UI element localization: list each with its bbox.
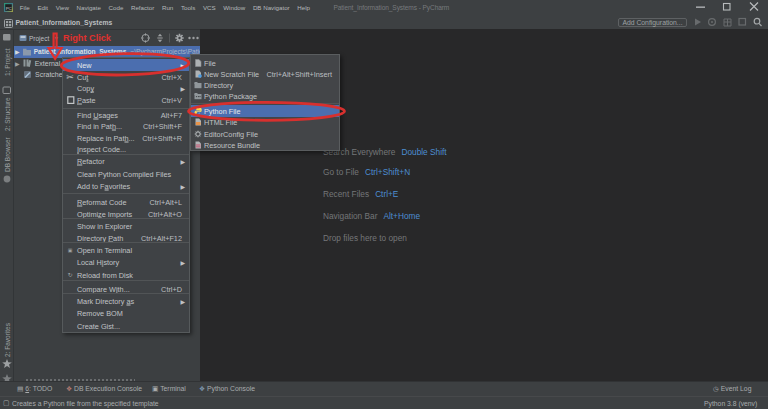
svg-text:Right Click: Right Click (63, 33, 112, 43)
